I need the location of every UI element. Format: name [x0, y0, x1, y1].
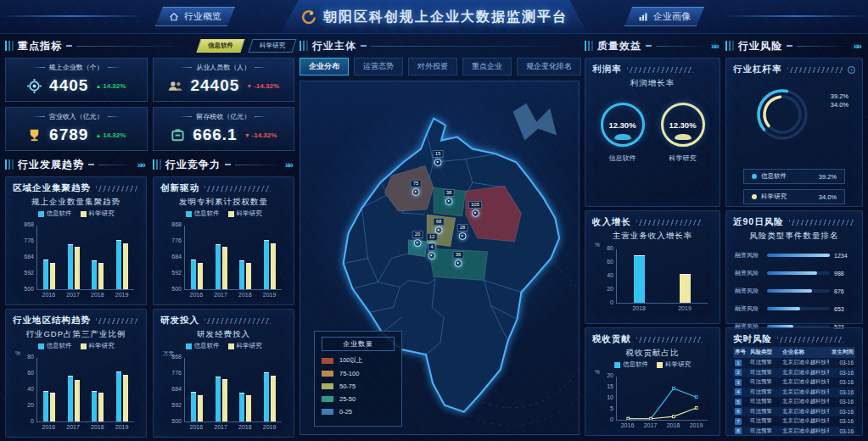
legend-row[interactable]: 科学研究34.0%: [743, 189, 845, 204]
bar-plot: 500592684776868: [36, 226, 134, 290]
y-axis-unit: %: [595, 242, 600, 248]
tab-4[interactable]: 规企变化排名: [517, 58, 581, 75]
chart-title: 税收贡献占比: [592, 348, 713, 359]
bar: [116, 371, 121, 421]
panel-title: 研发投入: [160, 315, 199, 327]
table-row[interactable]: 2司法预警北京启迪卓越科技有限公司03-16: [733, 368, 855, 378]
enterprise-icon: [26, 78, 42, 94]
x-axis-label: 2018: [667, 422, 680, 428]
risk-type: 司法预警: [750, 359, 780, 366]
legend-swatch-icon: [38, 211, 44, 217]
x-axis-label: 2017: [66, 424, 80, 430]
stat-delta: -14.32%: [244, 131, 277, 139]
x-axis-label: 2017: [214, 424, 227, 430]
bar-group: [92, 391, 104, 421]
hatch-decoration-icon: [627, 67, 693, 73]
table-row[interactable]: 8司法预警北京启迪卓越科技有限公司03-16: [733, 427, 855, 437]
risk-rank-row: 融资风险1234: [735, 251, 854, 260]
chevron-right-icon[interactable]: »»: [854, 41, 860, 51]
stat-delta: 14.32%: [95, 82, 126, 90]
marker-count: 68: [434, 218, 445, 226]
cluster-bar-chart: 信息软件科学研究5005926847768682016201720182019: [13, 209, 139, 298]
x-axis-labels: 2016201720182019: [184, 424, 282, 430]
gauge-label: 科学研究: [661, 154, 705, 163]
tabs: 企业分布运营态势对外投资重点企业规企变化排名: [300, 58, 580, 75]
tab-0[interactable]: 企业分布: [300, 58, 349, 75]
tab-1[interactable]: 运营态势: [354, 58, 403, 75]
table-row[interactable]: 5司法预警北京启迪卓越科技有限公司03-16: [733, 397, 855, 407]
table-row[interactable]: 4司法预警北京启迪卓越科技有限公司03-16: [733, 388, 855, 398]
bar-group: [264, 372, 276, 421]
bar-track: [767, 254, 830, 257]
legend-item: 信息软件: [38, 342, 72, 350]
dash-decoration: [88, 164, 94, 165]
chevron-right-icon[interactable]: »»: [137, 159, 144, 170]
risk-rank-row: 融资风险876: [735, 287, 854, 295]
stat-label: 留存税收（亿元）: [159, 112, 289, 121]
x-axis-labels: 20182019: [616, 305, 708, 311]
bar: [271, 376, 276, 421]
table-row[interactable]: 6司法预警北京启迪卓越科技有限公司03-16: [733, 407, 855, 417]
bar: [216, 377, 221, 421]
map-marker[interactable]: 38: [444, 189, 455, 205]
y-axis-tick: 500: [14, 286, 34, 292]
bar: [123, 243, 128, 289]
risk-type-label: 融资风险: [735, 269, 763, 277]
gauge-ring-icon: 12.30%: [601, 103, 645, 147]
bar: [246, 395, 251, 421]
legend-swatch-icon: [614, 362, 620, 368]
bar-group: [216, 377, 227, 421]
map-marker[interactable]: 15: [433, 150, 444, 166]
risk-count: 876: [834, 288, 854, 294]
legend-row[interactable]: 信息软件39.2%: [743, 169, 845, 184]
risk-count: 988: [834, 271, 854, 276]
filter-badge-info-software[interactable]: 信息软件: [196, 39, 244, 53]
legend-label: 50-75: [339, 382, 356, 390]
map-marker[interactable]: 105: [468, 201, 482, 217]
table-row[interactable]: 3司法预警北京启迪卓越科技有限公司03-16: [733, 377, 855, 388]
nav-enterprise-portrait[interactable]: 企业画像: [624, 7, 704, 26]
legend-item: 信息软件: [614, 360, 648, 369]
event-time: 03-16: [832, 418, 854, 424]
tab-3[interactable]: 重点企业: [462, 58, 512, 75]
risk-type: 司法预警: [750, 427, 780, 435]
tab-2[interactable]: 对外投资: [408, 58, 457, 75]
filter-badge-sci-research[interactable]: 科学研究: [248, 39, 296, 53]
pin-icon: [459, 232, 467, 240]
legend-swatch-icon: [228, 211, 234, 217]
bar: [216, 244, 221, 289]
legend-item: 信息软件: [186, 342, 220, 350]
table-row[interactable]: 7司法预警北京启迪卓越科技有限公司03-16: [733, 416, 855, 427]
bar: [191, 260, 196, 289]
map-marker[interactable]: 75: [411, 180, 422, 196]
chart-title: 发明专利累计授权数量: [160, 197, 287, 208]
bar: [264, 372, 269, 421]
map-marker[interactable]: 4: [428, 243, 435, 260]
y-axis-tick: 10: [593, 394, 613, 400]
gauge-value: 12.30%: [669, 120, 696, 130]
nav-industry-overview[interactable]: 行业概览: [155, 7, 235, 26]
bar-fill: [767, 289, 812, 293]
table-row[interactable]: 1司法预警北京启迪卓越科技有限公司03-16: [733, 358, 855, 368]
map-marker[interactable]: 68: [434, 218, 445, 234]
tax-box-icon: [170, 127, 186, 143]
legend-label: 100以上: [339, 356, 363, 365]
map-marker[interactable]: 36: [453, 251, 464, 267]
panel-innovation-drive: 创新驱动 发明专利累计授权数量 信息软件科学研究5005926847768682…: [153, 176, 294, 305]
legend-row: 25-50: [322, 395, 395, 403]
quality-column: 质量效益 »» 利润率 利润增长率 12.30%信息软件12.30%科学研究 收…: [585, 37, 720, 439]
info-icon[interactable]: [848, 66, 855, 74]
risk-type: 司法预警: [750, 369, 780, 377]
chevron-right-icon[interactable]: »»: [285, 159, 292, 170]
home-icon: [169, 12, 179, 22]
index-badge: 4: [735, 388, 742, 395]
gauge-wave-icon: [675, 134, 692, 140]
bar-group: [264, 240, 276, 289]
y-axis-tick: 40: [14, 386, 34, 392]
chevron-right-icon[interactable]: »»: [711, 41, 718, 51]
legend-label: 科学研究: [89, 342, 115, 350]
panel-title: 收入增长: [592, 216, 631, 228]
legend-label: 信息软件: [623, 360, 648, 369]
map-marker[interactable]: 28: [457, 224, 468, 240]
map-marker[interactable]: 20: [412, 231, 423, 247]
